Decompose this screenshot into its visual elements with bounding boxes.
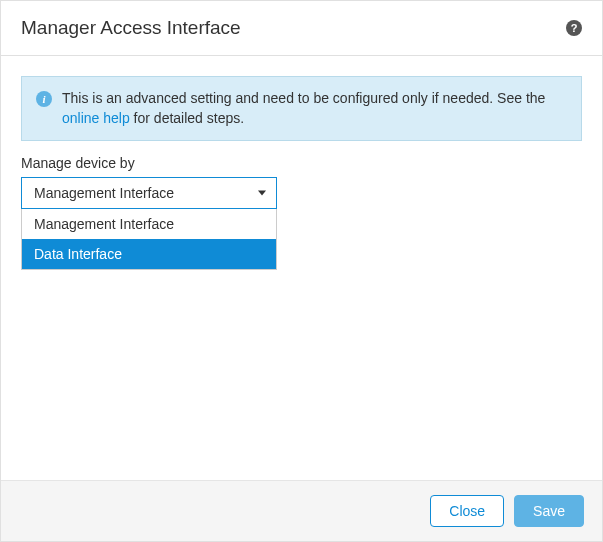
online-help-link[interactable]: online help xyxy=(62,110,130,126)
modal-body: i This is an advanced setting and need t… xyxy=(1,56,602,480)
select-value: Management Interface xyxy=(34,185,174,201)
modal-footer: Close Save xyxy=(1,480,602,541)
close-button[interactable]: Close xyxy=(430,495,504,527)
info-text-before: This is an advanced setting and need to … xyxy=(62,90,545,106)
manage-device-select-button[interactable]: Management Interface xyxy=(21,177,277,209)
help-icon[interactable]: ? xyxy=(566,20,582,36)
info-icon: i xyxy=(36,91,52,107)
info-banner: i This is an advanced setting and need t… xyxy=(21,76,582,141)
info-text-after: for detailed steps. xyxy=(130,110,244,126)
manage-device-select: Management Interface Management Interfac… xyxy=(21,177,277,209)
dropdown-option[interactable]: Data Interface xyxy=(22,239,276,269)
modal-header: Manager Access Interface ? xyxy=(1,1,602,56)
manager-access-modal: Manager Access Interface ? i This is an … xyxy=(0,0,603,542)
manage-device-label: Manage device by xyxy=(21,155,582,171)
save-button[interactable]: Save xyxy=(514,495,584,527)
chevron-down-icon xyxy=(258,191,266,196)
manage-device-dropdown: Management InterfaceData Interface xyxy=(21,209,277,270)
modal-title: Manager Access Interface xyxy=(21,17,241,39)
info-text: This is an advanced setting and need to … xyxy=(62,89,567,128)
dropdown-option[interactable]: Management Interface xyxy=(22,209,276,239)
